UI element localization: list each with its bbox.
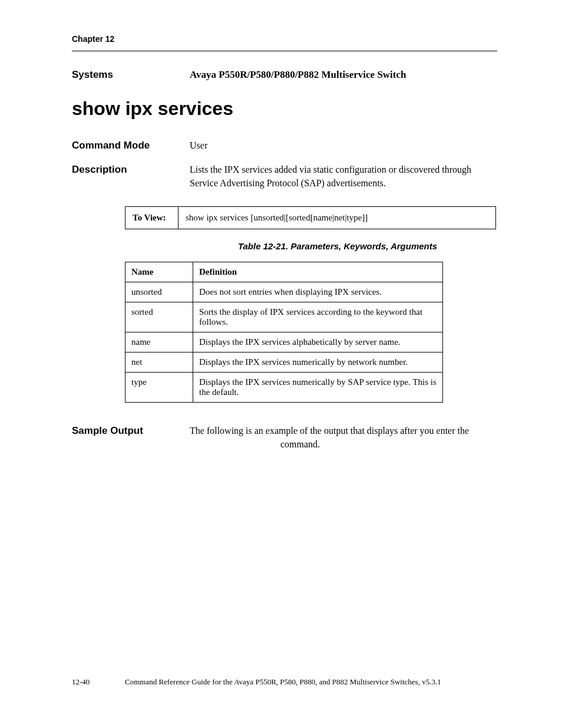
table-row: type Displays the IPX services numerical… [125, 373, 443, 403]
chapter-label: Chapter 12 [72, 34, 497, 44]
table-header-row: Name Definition [125, 262, 443, 282]
param-table: Name Definition unsorted Does not sort e… [125, 262, 443, 403]
systems-value: Avaya P550R/P580/P880/P882 Multiservice … [190, 68, 497, 83]
header-rule [72, 51, 497, 51]
param-name: unsorted [125, 282, 193, 302]
param-definition: Sorts the display of IPX services accord… [193, 302, 443, 332]
table-row: name Displays the IPX services alphabeti… [125, 332, 443, 353]
param-name: type [125, 373, 193, 403]
sample-output-label: Sample Output [72, 425, 190, 437]
view-command-cell: show ipx services [unsorted|[sorted[name… [178, 207, 496, 229]
page-number: 12-40 [72, 677, 125, 687]
sample-output-row: Sample Output The following is an exampl… [72, 424, 497, 451]
view-label-cell: To View: [125, 207, 178, 229]
table-row: To View: show ipx services [unsorted|[so… [125, 207, 496, 229]
page-title: show ipx services [72, 98, 497, 120]
table-caption: Table 12-21. Parameters, Keywords, Argum… [178, 241, 497, 251]
description-value: Lists the IPX services added via static … [190, 163, 497, 190]
param-definition: Does not sort entries when displaying IP… [193, 282, 443, 302]
param-name: net [125, 353, 193, 373]
command-mode-value: User [190, 139, 497, 152]
table-row: unsorted Does not sort entries when disp… [125, 282, 443, 302]
page-footer: 12-40 Command Reference Guide for the Av… [72, 677, 497, 687]
footer-text: Command Reference Guide for the Avaya P5… [125, 677, 497, 687]
param-name: name [125, 332, 193, 353]
sample-output-text-after: command. [280, 439, 320, 449]
param-definition: Displays the IPX services alphabetically… [193, 332, 443, 353]
view-table: To View: show ipx services [unsorted|[so… [125, 206, 496, 229]
systems-label: Systems [72, 69, 190, 81]
command-mode-row: Command Mode User [72, 139, 497, 152]
description-label: Description [72, 164, 190, 176]
table-row: net Displays the IPX services numericall… [125, 353, 443, 373]
header-definition: Definition [193, 262, 443, 282]
param-definition: Displays the IPX services numerically by… [193, 353, 443, 373]
command-mode-label: Command Mode [72, 140, 190, 151]
header-name: Name [125, 262, 193, 282]
table-row: sorted Sorts the display of IPX services… [125, 302, 443, 332]
sample-output-text: The following is an example of the outpu… [190, 424, 497, 451]
description-row: Description Lists the IPX services added… [72, 163, 497, 190]
param-name: sorted [125, 302, 193, 332]
systems-row: Systems Avaya P550R/P580/P880/P882 Multi… [72, 68, 497, 83]
sample-output-text-before: The following is an example of the outpu… [190, 426, 469, 436]
param-definition: Displays the IPX services numerically by… [193, 373, 443, 403]
